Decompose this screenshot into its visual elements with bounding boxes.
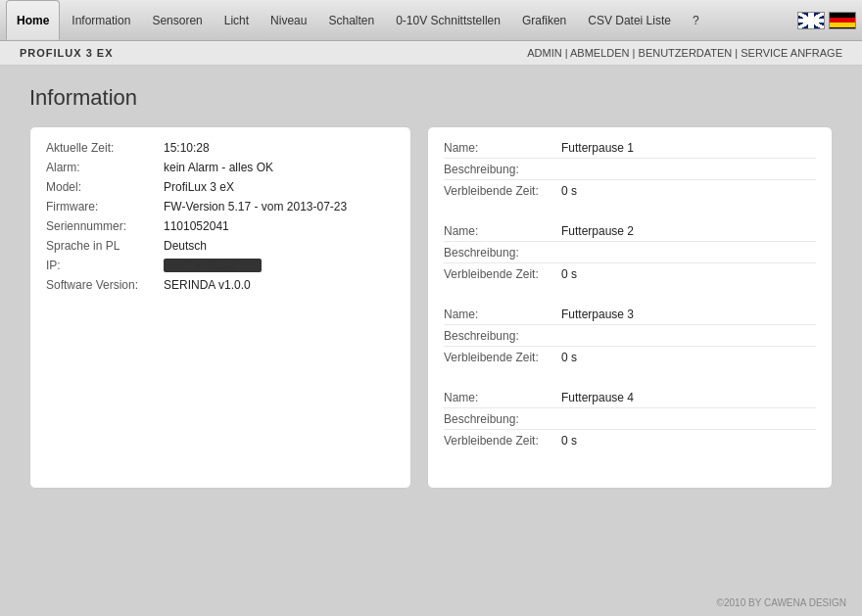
nav-item-grafiken[interactable]: Grafiken <box>512 0 576 40</box>
pause-name-label: Name: <box>444 224 561 238</box>
info-value: 15:10:28 <box>164 141 395 155</box>
pause-desc-row: Beschreibung: <box>444 412 816 430</box>
page-title: Information <box>29 85 833 111</box>
info-value: SERINDA v1.0.0 <box>164 278 395 292</box>
info-row: Alarm:kein Alarm - alles OK <box>46 161 395 174</box>
pause-name-row: Name:Futterpause 3 <box>444 308 816 325</box>
pause-time-value: 0 s <box>561 351 577 364</box>
info-label: Model: <box>46 180 164 194</box>
pause-block-2: Name:Futterpause 2Beschreibung:Verbleibe… <box>444 224 816 294</box>
pause-time-label: Verbleibende Zeit: <box>444 267 561 281</box>
pause-name-row: Name:Futterpause 4 <box>444 391 816 408</box>
pause-name-label: Name: <box>444 391 561 404</box>
nav-item-csv-datei-liste[interactable]: CSV Datei Liste <box>578 0 681 40</box>
pause-time-row: Verbleibende Zeit:0 s <box>444 267 816 284</box>
navbar: HomeInformationSensorenLichtNiveauSchalt… <box>0 0 862 41</box>
pause-name-value: Futterpause 2 <box>561 224 634 238</box>
info-value: Deutsch <box>164 239 395 253</box>
info-row: Firmware:FW-Version 5.17 - vom 2013-07-2… <box>46 200 395 213</box>
action-abmelden[interactable]: ABMELDEN <box>570 47 630 59</box>
info-row: Software Version:SERINDA v1.0.0 <box>46 278 395 292</box>
info-row: Aktuelle Zeit:15:10:28 <box>46 141 395 155</box>
flag-de[interactable] <box>829 12 856 29</box>
pause-desc-label: Beschreibung: <box>444 412 561 426</box>
pause-name-value: Futterpause 4 <box>561 391 634 404</box>
pause-time-row: Verbleibende Zeit:0 s <box>444 184 816 201</box>
pause-desc-label: Beschreibung: <box>444 163 561 176</box>
info-row: IP:192.168.1.100 <box>46 259 395 272</box>
pause-name-label: Name: <box>444 141 561 155</box>
header-actions: ADMIN | ABMELDEN | BENUTZERDATEN | SERVI… <box>527 47 842 59</box>
pause-time-row: Verbleibende Zeit:0 s <box>444 434 816 450</box>
pause-desc-row: Beschreibung: <box>444 163 816 180</box>
pause-block-4: Name:Futterpause 4Beschreibung:Verbleibe… <box>444 391 816 460</box>
pause-name-label: Name: <box>444 308 561 321</box>
pause-desc-label: Beschreibung: <box>444 246 561 260</box>
info-value: kein Alarm - alles OK <box>164 161 395 174</box>
main-content: Information Aktuelle Zeit:15:10:28Alarm:… <box>0 66 862 508</box>
info-panel-right: Name:Futterpause 1Beschreibung:Verbleibe… <box>427 126 833 489</box>
pause-desc-row: Beschreibung: <box>444 329 816 347</box>
pause-name-row: Name:Futterpause 1 <box>444 141 816 159</box>
pause-desc-row: Beschreibung: <box>444 246 816 263</box>
info-value: FW-Version 5.17 - vom 2013-07-23 <box>164 200 395 213</box>
nav-item-sensoren[interactable]: Sensoren <box>142 0 212 40</box>
ip-masked: 192.168.1.100 <box>164 259 262 272</box>
nav-item-home[interactable]: Home <box>6 0 60 40</box>
pause-block-1: Name:Futterpause 1Beschreibung:Verbleibe… <box>444 141 816 211</box>
nav-item-licht[interactable]: Licht <box>215 0 259 40</box>
pause-time-label: Verbleibende Zeit: <box>444 184 561 198</box>
brand-label: PROFILUX 3 EX <box>20 47 114 59</box>
info-label: Aktuelle Zeit: <box>46 141 164 155</box>
info-panel-left: Aktuelle Zeit:15:10:28Alarm:kein Alarm -… <box>29 126 411 489</box>
nav-item-information[interactable]: Information <box>62 0 140 40</box>
footer-text: ©2010 BY CAWENA DESIGN <box>717 597 846 608</box>
info-value: 192.168.1.100 <box>164 259 395 272</box>
nav-item-0-10v-schnittstellen[interactable]: 0-10V Schnittstellen <box>386 0 510 40</box>
info-row: Model:ProfiLux 3 eX <box>46 180 395 194</box>
info-label: IP: <box>46 259 164 272</box>
info-label: Software Version: <box>46 278 164 292</box>
pause-name-value: Futterpause 1 <box>561 141 634 155</box>
action-admin[interactable]: ADMIN <box>527 47 561 59</box>
header-bar: PROFILUX 3 EX ADMIN | ABMELDEN | BENUTZE… <box>0 41 862 66</box>
info-grid: Aktuelle Zeit:15:10:28Alarm:kein Alarm -… <box>29 126 833 489</box>
info-label: Sprache in PL <box>46 239 164 253</box>
pause-time-row: Verbleibende Zeit:0 s <box>444 351 816 367</box>
info-value: 1101052041 <box>164 219 395 233</box>
pause-time-value: 0 s <box>561 267 577 281</box>
info-label: Alarm: <box>46 161 164 174</box>
action-benutzerdaten[interactable]: BENUTZERDATEN <box>639 47 733 59</box>
pause-desc-label: Beschreibung: <box>444 329 561 343</box>
pause-block-3: Name:Futterpause 3Beschreibung:Verbleibe… <box>444 308 816 377</box>
flag-area <box>797 12 856 29</box>
action-service-anfrage[interactable]: SERVICE ANFRAGE <box>741 47 842 59</box>
nav-item-schalten[interactable]: Schalten <box>318 0 384 40</box>
nav-item-?[interactable]: ? <box>683 0 709 40</box>
pause-time-value: 0 s <box>561 434 577 448</box>
footer: ©2010 BY CAWENA DESIGN <box>717 597 846 608</box>
info-label: Firmware: <box>46 200 164 213</box>
pause-time-value: 0 s <box>561 184 577 198</box>
info-row: Sprache in PLDeutsch <box>46 239 395 253</box>
info-row: Seriennummer:1101052041 <box>46 219 395 233</box>
info-value: ProfiLux 3 eX <box>164 180 395 194</box>
flag-uk[interactable] <box>797 12 825 29</box>
nav-item-niveau[interactable]: Niveau <box>261 0 316 40</box>
info-label: Seriennummer: <box>46 219 164 233</box>
pause-time-label: Verbleibende Zeit: <box>444 434 561 448</box>
pause-name-row: Name:Futterpause 2 <box>444 224 816 242</box>
pause-time-label: Verbleibende Zeit: <box>444 351 561 364</box>
pause-name-value: Futterpause 3 <box>561 308 634 321</box>
